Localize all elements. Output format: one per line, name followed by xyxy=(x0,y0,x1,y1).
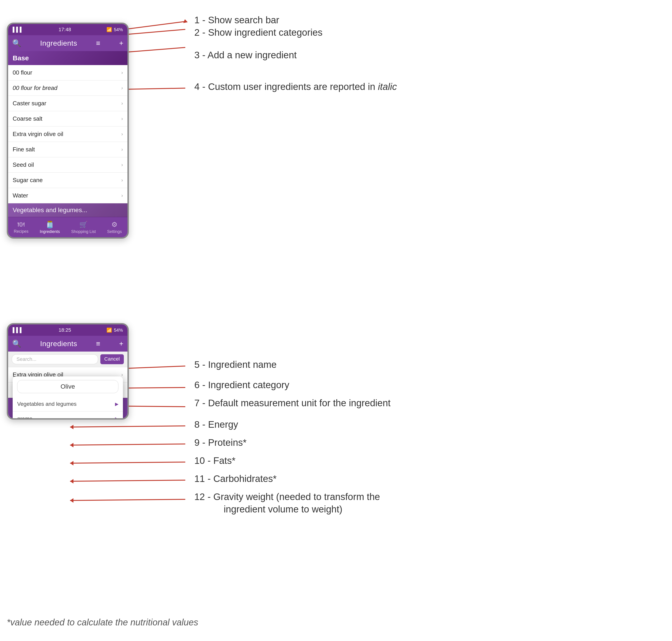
tab-settings[interactable]: ⚙ Settings xyxy=(107,220,122,234)
search-icon-2[interactable]: 🔍 xyxy=(12,339,21,348)
list-item-water[interactable]: Water › xyxy=(8,188,127,203)
tab-settings-label: Settings xyxy=(107,229,122,234)
item-label: Seed oil xyxy=(13,161,34,168)
annotation-11: 11 - Carbohidrates* xyxy=(194,473,277,484)
footnote: *value needed to calculate the nutrition… xyxy=(7,617,198,627)
category-arrow-icon: ▶ xyxy=(115,401,119,407)
chevron-icon: › xyxy=(121,131,123,137)
unit-arrow-icon: ▶ xyxy=(115,416,119,420)
svg-marker-26 xyxy=(70,479,73,483)
header-title-1: Ingredients xyxy=(40,39,77,47)
annotation-3: 3 - Add a new ingredient xyxy=(194,50,297,60)
svg-marker-22 xyxy=(70,443,73,447)
add-icon-1[interactable]: + xyxy=(119,39,123,47)
menu-icon-1[interactable]: ≡ xyxy=(96,39,100,47)
list-item[interactable]: 00 flour › xyxy=(8,65,127,80)
status-icons-1: 📶 54% xyxy=(107,27,123,32)
search-icon-1[interactable]: 🔍 xyxy=(12,39,21,47)
svg-line-21 xyxy=(70,444,185,445)
chevron-icon: › xyxy=(121,100,123,106)
item-label: Sugar cane xyxy=(13,177,43,184)
battery-2: 54% xyxy=(114,328,123,333)
annotation-5: 5 - Ingredient name xyxy=(194,359,277,370)
dialog-unit-row[interactable]: grams ▶ xyxy=(13,411,123,420)
item-label: Extra virgin olive oil xyxy=(13,131,63,138)
battery-1: 54% xyxy=(114,27,123,32)
ingredient-list-1: 00 flour › 00 flour for bread › Caster s… xyxy=(8,65,127,203)
dialog-name-row xyxy=(13,377,123,397)
phone-2: ▌▌▌ 18:25 📶 54% 🔍 Ingredients ≡ + Search… xyxy=(7,323,129,420)
unit-label: grams xyxy=(17,415,32,420)
list-item[interactable]: Coarse salt › xyxy=(8,111,127,126)
tab-ingredients-label: Ingredients xyxy=(40,229,60,234)
svg-line-23 xyxy=(70,462,185,463)
list-item[interactable]: Extra virgin olive oil › xyxy=(8,126,127,142)
tab-recipes-label: Recipes xyxy=(14,229,28,234)
list-item[interactable]: Caster sugar › xyxy=(8,96,127,111)
svg-line-25 xyxy=(70,480,185,481)
header-bar-1: 🔍 Ingredients ≡ + xyxy=(8,35,127,51)
phone-1: ▌▌▌ 17:48 📶 54% 🔍 Ingredients ≡ + Base 0… xyxy=(7,23,129,238)
wifi-icon: 📶 xyxy=(107,27,112,32)
svg-line-27 xyxy=(70,499,185,501)
annotation-4: 4 - Custom user ingredients are reported… xyxy=(194,81,397,92)
next-category-partial: Vegetables and legumes... xyxy=(8,203,127,217)
bg-chevron: › xyxy=(121,372,123,378)
search-hint[interactable]: Search... xyxy=(12,354,98,364)
annotation-1: 1 - Show search bar xyxy=(194,15,279,26)
wifi-icon-2: 📶 xyxy=(107,327,112,333)
menu-icon-2[interactable]: ≡ xyxy=(96,340,100,348)
tab-ingredients[interactable]: 🫙 Ingredients xyxy=(40,220,60,234)
item-label: 00 flour xyxy=(13,69,32,76)
settings-icon: ⚙ xyxy=(111,220,118,229)
add-ingredient-dialog: Vegetables and legumes ▶ grams ▶ Nutriti… xyxy=(13,377,123,420)
tab-recipes[interactable]: 🍽 Recipes xyxy=(14,220,28,234)
chevron-icon: › xyxy=(121,85,123,91)
tab-shopping-label: Shopping List xyxy=(71,229,96,234)
annotation-8: 8 - Energy xyxy=(194,419,238,430)
item-label: Water xyxy=(13,192,28,199)
bg-content: Search... Cancel Extra virgin olive oil … xyxy=(8,352,127,398)
list-item-italic[interactable]: 00 flour for bread › xyxy=(8,80,127,96)
ingredients-icon: 🫙 xyxy=(46,220,54,229)
svg-marker-1 xyxy=(182,19,188,23)
header-bar-2: 🔍 Ingredients ≡ + xyxy=(8,336,127,352)
status-bar-2: ▌▌▌ 18:25 📶 54% xyxy=(8,325,127,336)
chevron-icon: › xyxy=(121,147,123,152)
chevron-icon: › xyxy=(121,116,123,122)
dialog-category-row[interactable]: Vegetables and legumes ▶ xyxy=(13,397,123,411)
list-item[interactable]: Seed oil › xyxy=(8,157,127,173)
svg-marker-28 xyxy=(70,498,73,503)
chevron-icon: › xyxy=(121,177,123,183)
category-label: Vegetables and legumes xyxy=(17,401,77,407)
add-icon-2[interactable]: + xyxy=(119,340,123,348)
signal-icon: ▌▌▌ xyxy=(13,27,23,32)
annotation-2: 2 - Show ingredient categories xyxy=(194,27,323,38)
header-title-2: Ingredients xyxy=(40,340,77,348)
chevron-icon: › xyxy=(121,193,123,199)
annotation-9: 9 - Proteins* xyxy=(194,437,247,448)
chevron-icon: › xyxy=(121,162,123,168)
chevron-icon: › xyxy=(121,70,123,76)
item-label: Caster sugar xyxy=(13,100,46,107)
svg-marker-20 xyxy=(70,425,73,429)
search-bar-hint: Search... Cancel xyxy=(8,352,127,367)
svg-marker-24 xyxy=(70,461,73,465)
annotation-12-line2: ingredient volume to weight) xyxy=(224,504,342,515)
annotation-12-line1: 12 - Gravity weight (needed to transform… xyxy=(194,491,380,502)
ingredient-name-input[interactable] xyxy=(17,380,119,393)
tab-shopping[interactable]: 🛒 Shopping List xyxy=(71,220,96,234)
annotation-7: 7 - Default measurement unit for the ing… xyxy=(194,398,390,409)
tab-bar-1: 🍽 Recipes 🫙 Ingredients 🛒 Shopping List … xyxy=(8,217,127,237)
cancel-hint[interactable]: Cancel xyxy=(100,354,124,364)
item-label: Coarse salt xyxy=(13,115,42,122)
time-2: 18:25 xyxy=(58,327,71,333)
category-header-1: Base xyxy=(8,51,127,65)
time-1: 17:48 xyxy=(58,27,71,32)
recipes-icon: 🍽 xyxy=(18,220,24,228)
item-label: Fine salt xyxy=(13,146,35,153)
item-label-italic: 00 flour for bread xyxy=(13,84,57,92)
list-item[interactable]: Sugar cane › xyxy=(8,173,127,188)
svg-line-19 xyxy=(70,426,185,427)
list-item[interactable]: Fine salt › xyxy=(8,142,127,157)
